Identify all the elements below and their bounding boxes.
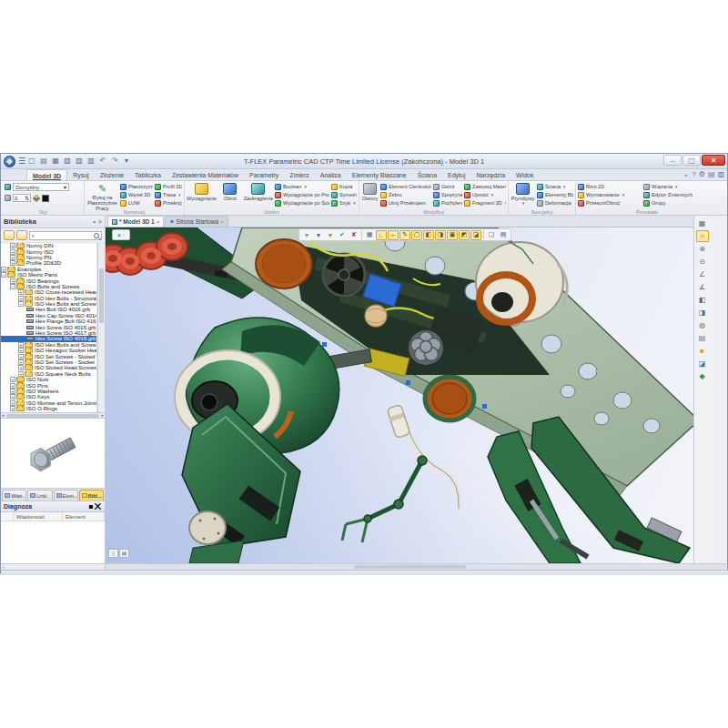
copy-button[interactable]: Kopia: [331, 183, 357, 190]
spring-button[interactable]: Sprężyna: [433, 191, 462, 198]
tab-parametry[interactable]: Parametry: [244, 169, 284, 180]
tree-horizontal-scrollbar[interactable]: ◂▸: [1, 412, 105, 419]
tab-zestawienia[interactable]: Zestawienia Materiałów: [167, 169, 244, 180]
shaded-view-icon[interactable]: ◍: [696, 319, 709, 331]
select-lcs-toggle[interactable]: ⌐: [388, 230, 399, 240]
thread-button[interactable]: Gwint: [433, 183, 462, 190]
layout-toggle-icon[interactable]: ▥: [717, 170, 724, 179]
new-document-icon[interactable]: ▢: [27, 157, 36, 166]
tab-edytuj[interactable]: Edytuj: [442, 169, 470, 180]
cut-by-section-button[interactable]: Utnij Przekrojem: [380, 199, 431, 207]
rib-button[interactable]: Żebro: [380, 191, 431, 198]
select-fragment-toggle[interactable]: ◩: [459, 230, 470, 240]
measure-angle-icon[interactable]: ∡: [696, 281, 709, 293]
folder-icon[interactable]: ▧: [63, 157, 72, 166]
simplify-button[interactable]: Uprość: [464, 191, 506, 198]
cancel-icon[interactable]: ✘: [349, 230, 359, 240]
sweep-button[interactable]: Wyciągnięcie po Ścieżce: [275, 199, 329, 207]
library-search-input[interactable]: ▾: [29, 231, 102, 240]
snap-magnet-icon[interactable]: ∩: [696, 230, 709, 242]
ribbon-minimize-icon[interactable]: ⌄: [683, 170, 690, 179]
zoom-in-icon[interactable]: ⊕: [696, 243, 709, 255]
redo-icon[interactable]: ↷: [110, 157, 119, 166]
select-profile-toggle[interactable]: ✎: [399, 230, 410, 240]
tab-properties[interactable]: Właś...: [2, 490, 26, 500]
close-tab-icon[interactable]: ×: [157, 219, 160, 225]
tree-vertical-scrollbar[interactable]: [97, 243, 105, 412]
tab-elements[interactable]: Elem...: [54, 490, 78, 500]
primitives-button[interactable]: Prymitywy: [511, 182, 535, 207]
select-solid-toggle[interactable]: ▢: [411, 230, 422, 240]
print-icon[interactable]: ▨: [75, 157, 84, 166]
tab-sciana[interactable]: Ściana: [412, 169, 442, 180]
close-tab-icon[interactable]: ×: [220, 219, 224, 225]
route-button[interactable]: Trasa: [155, 191, 182, 198]
isometric-view-icon[interactable]: ◆: [696, 370, 709, 382]
tree-item[interactable]: +ISO O-Rings: [1, 406, 96, 411]
page-view-1-button[interactable]: ▯: [108, 549, 118, 558]
new-library-folder-icon[interactable]: [4, 230, 15, 240]
regenerate-icon[interactable]: ◨: [696, 307, 709, 318]
filter-add-icon[interactable]: ▼: [313, 230, 324, 240]
measure-icon[interactable]: ∠: [696, 268, 709, 280]
pin-icon[interactable]: ▪: [93, 218, 95, 225]
face-button[interactable]: Ściana: [537, 183, 573, 190]
profile-3d-button[interactable]: Profil 3D: [155, 183, 182, 190]
tab-zmierz[interactable]: Zmierz: [284, 169, 314, 180]
color-palette-icon[interactable]: [32, 194, 40, 202]
color-black-swatch[interactable]: [42, 195, 49, 202]
wireframe-view-icon[interactable]: ▤: [696, 332, 709, 344]
tree-item[interactable]: +ISO Mortise and Tenon Joints: [1, 400, 96, 406]
select-vertex-toggle[interactable]: ▣: [447, 230, 458, 240]
thin-wall-button[interactable]: Element Cienkościenny: [380, 183, 431, 190]
zoom-out-icon[interactable]: ⊖: [696, 256, 709, 268]
loft-button[interactable]: Wyciągnięcie po Profilach: [275, 191, 329, 198]
document-tab-model[interactable]: * Model 3D 1×: [107, 216, 164, 227]
tab-model-3d[interactable]: Model 3D: [26, 169, 67, 180]
viewport-3d[interactable]: ×⁞ ▼ ▼ ▼ ✔ ✘ ▦ ∟ ⌐ ✎ ▢: [106, 228, 710, 563]
fragment-3d-button[interactable]: Fragment 3D: [464, 199, 506, 207]
tab-tabliczka[interactable]: Tabliczka: [129, 169, 167, 180]
page-view-2-button[interactable]: ▤: [119, 549, 129, 558]
draw-on-workplane-button[interactable]: ✎ Rysuj na Płaszczyźnie Pracy: [86, 182, 118, 207]
tab-zlozenie[interactable]: Złożenie: [95, 169, 129, 180]
confirm-icon[interactable]: ✔: [337, 230, 348, 240]
filter-all-icon[interactable]: ▼: [301, 230, 312, 240]
tab-rysuj[interactable]: Rysuj: [67, 169, 95, 180]
copy-view-icon[interactable]: ❏: [486, 230, 497, 240]
draft-button[interactable]: Pochylenie: [433, 199, 462, 207]
boolean-button[interactable]: Boolean: [275, 183, 329, 190]
symmetry-button[interactable]: Symetria: [331, 191, 357, 198]
panel-toggle-icon[interactable]: ▤: [708, 170, 715, 179]
redraw-icon[interactable]: ◧: [696, 294, 709, 306]
save-icon[interactable]: ▦: [51, 157, 60, 166]
document-tab-start-page[interactable]: ⚑ Strona Startowa×: [165, 216, 228, 227]
help-icon[interactable]: ?: [692, 170, 695, 179]
variable-editor-button[interactable]: Edytor Zmiennych: [643, 191, 709, 198]
fillet-button[interactable]: Zaokrąglenie: [244, 182, 273, 207]
groups-button[interactable]: Grupy: [643, 199, 709, 207]
workplane-button[interactable]: Płaszczyzna: [120, 183, 153, 190]
tab-analiza[interactable]: Analiza: [315, 169, 347, 180]
floating-toolbar-close[interactable]: ×⁞: [112, 229, 130, 240]
apply-material-button[interactable]: Zastosuj Materiał: [464, 183, 506, 190]
app-menu-icon[interactable]: ☰: [18, 157, 25, 166]
extrude-button[interactable]: Wyciągnięcie: [187, 182, 217, 207]
dimension-button[interactable]: Wymiarowanie: [578, 191, 642, 198]
grid-icon[interactable]: ▦: [696, 217, 709, 229]
revolve-button[interactable]: Obrót: [218, 182, 242, 207]
column-element[interactable]: Element: [63, 512, 105, 521]
tab-elementy-blaszane[interactable]: Elementy Blaszane: [347, 169, 412, 180]
style-select[interactable]: Domyślny▾: [13, 183, 69, 191]
close-button[interactable]: ✕: [702, 155, 725, 166]
select-edge-toggle[interactable]: ◨: [435, 230, 446, 240]
line-weight-stepper[interactable]: 0⇅: [13, 194, 31, 202]
open-document-icon[interactable]: ▤: [39, 157, 48, 166]
projection-2d-button[interactable]: Rzut 2D: [578, 183, 642, 190]
holes-button[interactable]: Otwory: [361, 182, 379, 207]
open-library-icon[interactable]: [16, 230, 27, 240]
undo-icon[interactable]: ↶: [98, 157, 107, 166]
canvas-scrollbar[interactable]: [106, 563, 726, 570]
constraints-button[interactable]: Wiązania: [643, 183, 709, 190]
panel-close-icon[interactable]: ×: [98, 218, 102, 225]
